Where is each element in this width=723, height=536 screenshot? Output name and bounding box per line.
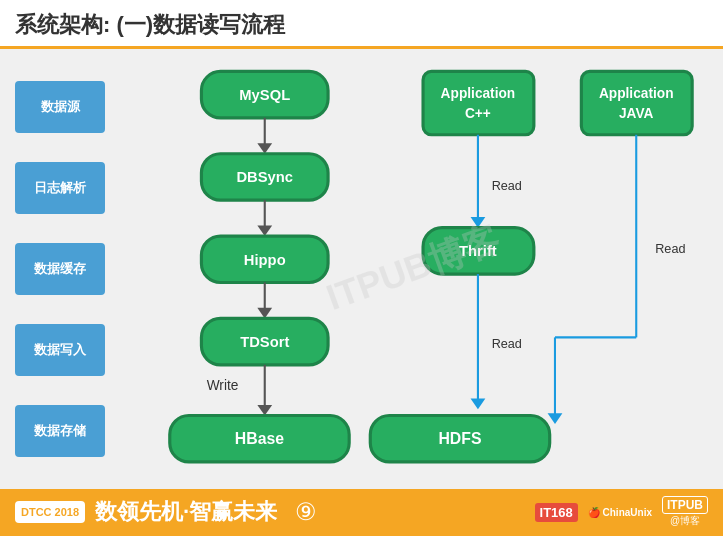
- content-area: 数据源 日志解析 数据缓存 数据写入 数据存储 ITPUB博客 MySQL DB…: [0, 49, 723, 489]
- svg-text:Read: Read: [492, 337, 522, 351]
- logo-it168: IT168: [535, 503, 578, 522]
- svg-marker-11: [257, 308, 272, 319]
- svg-text:DBSync: DBSync: [236, 169, 293, 185]
- svg-text:Thrift: Thrift: [459, 243, 497, 259]
- svg-text:Read: Read: [655, 242, 685, 256]
- page-title: 系统架构: (一)数据读写流程: [15, 10, 708, 40]
- svg-text:JAVA: JAVA: [619, 106, 654, 121]
- label-datasource: 数据源: [15, 81, 105, 133]
- label-logparse: 日志解析: [15, 162, 105, 214]
- svg-rect-24: [581, 71, 692, 134]
- itpub-weibo: @博客: [670, 514, 700, 528]
- svg-marker-33: [471, 399, 486, 410]
- svg-text:HDFS: HDFS: [438, 430, 481, 447]
- label-datawrite: 数据写入: [15, 324, 105, 376]
- chinaunix-logo: 🍎 ChinaUnix: [588, 507, 652, 518]
- label-datacache: 数据缓存: [15, 243, 105, 295]
- svg-text:MySQL: MySQL: [239, 87, 290, 103]
- footer-icon: ⑨: [295, 498, 317, 526]
- svg-rect-21: [423, 71, 534, 134]
- svg-text:Write: Write: [207, 378, 239, 393]
- svg-marker-28: [471, 217, 486, 228]
- svg-text:C++: C++: [465, 106, 491, 121]
- svg-marker-3: [257, 143, 272, 154]
- svg-text:Hippo: Hippo: [244, 252, 286, 268]
- svg-text:Application: Application: [599, 86, 674, 101]
- footer-logos: IT168 🍎 ChinaUnix ITPUB @博客: [535, 496, 708, 528]
- logo-chinaunix: 🍎 ChinaUnix: [588, 507, 652, 518]
- logo-itpub: ITPUB @博客: [662, 496, 708, 528]
- diagram-svg: MySQL DBSync Hippo TDSort: [117, 61, 708, 477]
- footer: DTCC 2018 数领先机·智赢未来 ⑨ IT168 🍎 ChinaUnix …: [0, 489, 723, 536]
- svg-text:TDSort: TDSort: [240, 334, 289, 350]
- footer-dtcc-badge: DTCC 2018: [15, 501, 85, 523]
- footer-slogan: 数领先机·智赢未来: [95, 497, 277, 527]
- main-container: 系统架构: (一)数据读写流程 数据源 日志解析 数据缓存 数据写入 数据存储 …: [0, 0, 723, 536]
- dtcc-label: DTCC 2018: [21, 505, 79, 519]
- itpub-logo: ITPUB: [662, 496, 708, 514]
- svg-marker-39: [548, 413, 563, 424]
- svg-text:Application: Application: [441, 86, 516, 101]
- labels-column: 数据源 日志解析 数据缓存 数据写入 数据存储: [15, 61, 105, 477]
- it168-logo: IT168: [535, 503, 578, 522]
- diagram-container: ITPUB博客 MySQL DBSync Hippo: [117, 61, 708, 477]
- header: 系统架构: (一)数据读写流程: [0, 0, 723, 49]
- svg-text:HBase: HBase: [235, 430, 284, 447]
- svg-text:Read: Read: [492, 179, 522, 193]
- label-datastorage: 数据存储: [15, 405, 105, 457]
